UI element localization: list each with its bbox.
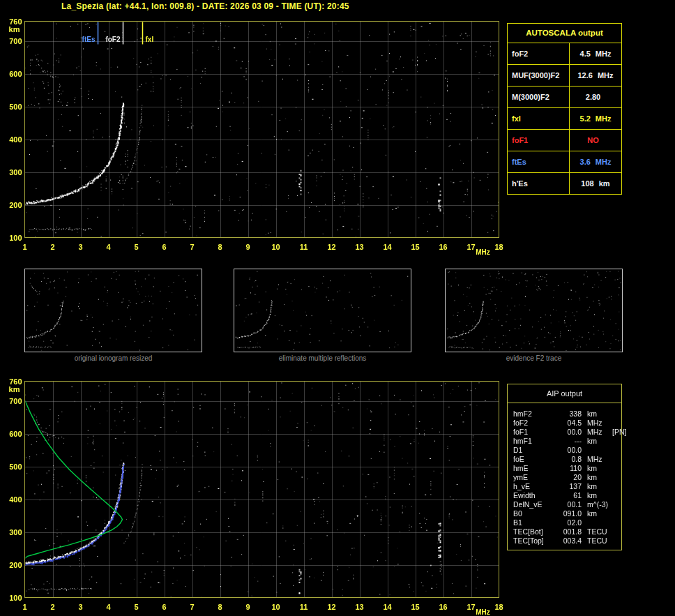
param-value: 02.0 xyxy=(552,518,582,527)
value-number: 108 xyxy=(581,179,593,188)
autoscala-window: La_Spezia (lat: +44.1, lon: 009.8) - DAT… xyxy=(0,0,675,616)
autoscala-row-fxl: fxl 5.2MHz xyxy=(508,108,621,130)
param-label: DelN_vE xyxy=(513,500,552,509)
aip-row-ewidth: Ewidth61km xyxy=(508,491,621,500)
param-note xyxy=(612,419,621,428)
param-unit: km xyxy=(582,482,612,491)
param-unit: MHz xyxy=(582,455,612,464)
value-unit: MHz xyxy=(596,114,612,123)
station-header: La_Spezia (lat: +44.1, lon: 009.8) - DAT… xyxy=(61,1,349,11)
param-unit xyxy=(582,518,612,527)
param-unit: km xyxy=(582,509,612,518)
param-note xyxy=(612,482,621,491)
param-unit: TECU xyxy=(582,527,612,536)
thumbnail-caption-3: evidence F2 trace xyxy=(445,354,623,362)
param-label: foF2 xyxy=(508,43,570,64)
param-label: foF1 xyxy=(513,428,552,437)
param-unit: TECU xyxy=(582,536,612,546)
autoscala-row-fof2: foF2 4.5MHz xyxy=(508,43,621,65)
param-value: 00.0 xyxy=(552,428,582,437)
aip-panel-title: AIP output xyxy=(508,384,621,403)
autoscala-row-ftes: ftEs 3.6MHz xyxy=(508,151,621,173)
param-label: D1 xyxy=(513,446,552,455)
param-note xyxy=(612,464,621,473)
value-number: 3.6 xyxy=(580,158,591,166)
param-note xyxy=(612,527,621,536)
param-label: ftEs xyxy=(508,151,570,172)
param-label: foF1 xyxy=(508,130,570,151)
param-value: 12.6MHz xyxy=(570,65,621,86)
param-label: hmE xyxy=(513,464,552,473)
param-label: foF2 xyxy=(513,419,552,428)
param-value: 3.6MHz xyxy=(570,151,621,172)
autoscala-panel-title: AUTOSCALA output xyxy=(508,24,621,43)
aip-row-foe: foE0.8MHz xyxy=(508,455,621,464)
param-value: 61 xyxy=(552,491,582,500)
aip-row-delnve: DelN_vE00.1m^(-3) xyxy=(508,500,621,509)
aip-output-panel: AIP output hmF2338km foF204.5MHz foF100.… xyxy=(507,384,622,550)
value-unit: MHz xyxy=(596,158,612,166)
param-value: --- xyxy=(552,437,582,446)
param-unit: MHz xyxy=(582,419,612,428)
aip-row-hve: h_vE137km xyxy=(508,482,621,491)
aip-row-d1: D100.0 xyxy=(508,446,621,455)
param-value: 108km xyxy=(570,173,621,194)
autoscala-row-muf3000f2: MUF(3000)F2 12.6MHz xyxy=(508,65,621,87)
param-label: h_vE xyxy=(513,482,552,491)
thumbnail-caption-2: eliminate multiple reflections xyxy=(234,354,411,362)
param-label: ymE xyxy=(513,473,552,482)
aip-row-b1: B102.0 xyxy=(508,518,621,527)
param-value: NO xyxy=(570,130,621,151)
param-note: [PN] xyxy=(612,428,629,437)
value-unit: km xyxy=(599,179,610,188)
thumbnail-caption-1: original ionogram resized xyxy=(24,354,202,362)
param-label: TEC[Top] xyxy=(513,536,552,546)
param-label: B0 xyxy=(513,509,552,518)
param-note xyxy=(612,509,621,518)
autoscala-row-m3000f2: M(3000)F2 2.80 xyxy=(508,87,621,108)
param-label: hmF1 xyxy=(513,437,552,446)
param-value: 137 xyxy=(552,482,582,491)
aip-row-yme: ymE20km xyxy=(508,473,621,482)
param-label: fxl xyxy=(508,108,570,129)
aip-row-tecbot: TEC[Bot]001.8TECU xyxy=(508,527,621,536)
param-unit: km xyxy=(582,410,612,419)
param-note xyxy=(612,455,621,464)
aip-row-hmf1: hmF1---km xyxy=(508,437,621,446)
param-label: MUF(3000)F2 xyxy=(508,65,570,86)
value-unit: MHz xyxy=(596,50,612,58)
param-value: 5.2MHz xyxy=(570,108,621,129)
param-value: 2.80 xyxy=(570,87,621,107)
autoscala-row-fof1: foF1 NO xyxy=(508,130,621,151)
profile-ionogram-canvas xyxy=(0,374,516,616)
param-value: 001.8 xyxy=(552,527,582,536)
param-value: 00.1 xyxy=(552,500,582,509)
value-number: 4.5 xyxy=(580,50,591,58)
param-unit: MHz xyxy=(582,428,612,437)
param-value: 091.0 xyxy=(552,509,582,518)
param-value: 003.4 xyxy=(552,536,582,546)
param-value: 338 xyxy=(552,410,582,419)
param-label: TEC[Bot] xyxy=(513,527,552,536)
param-note xyxy=(612,446,621,455)
param-note xyxy=(612,491,621,500)
param-label: Ewidth xyxy=(513,491,552,500)
value-number: NO xyxy=(587,136,599,144)
param-label: M(3000)F2 xyxy=(508,87,570,107)
param-note xyxy=(612,500,621,509)
param-note xyxy=(612,437,621,446)
param-value: 20 xyxy=(552,473,582,482)
value-unit: MHz xyxy=(598,71,614,80)
aip-row-tectop: TEC[Top]003.4TECU xyxy=(508,536,621,546)
param-value: 04.5 xyxy=(552,419,582,428)
param-label: h'Es xyxy=(508,173,570,194)
value-number: 12.6 xyxy=(577,71,592,80)
thumbnail-original-ionogram xyxy=(24,269,202,352)
param-unit: km xyxy=(582,473,612,482)
value-number: 5.2 xyxy=(580,114,591,123)
param-note xyxy=(612,410,621,419)
aip-row-hmf2: hmF2338km xyxy=(508,410,621,419)
param-unit: km xyxy=(582,437,612,446)
param-value: 4.5MHz xyxy=(570,43,621,64)
param-note xyxy=(612,536,621,546)
